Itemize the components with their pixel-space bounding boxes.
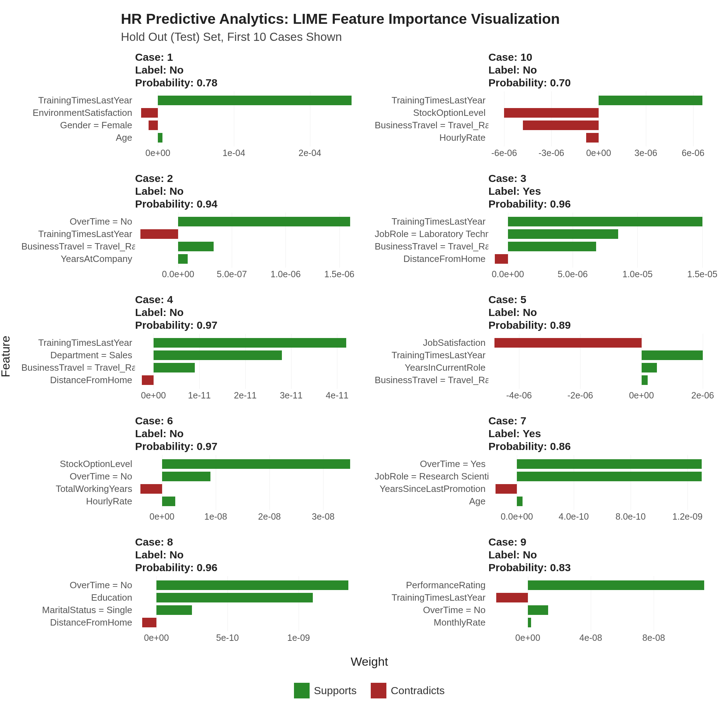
bar-supports [641, 375, 647, 385]
bar-slot [488, 349, 718, 361]
feature-label: YearsSinceLastPromotion [374, 483, 488, 495]
x-tick: -4e-06 [506, 390, 532, 401]
bar-slot [135, 94, 364, 107]
feature-label: JobSatisfaction [374, 337, 488, 349]
bar-slot [488, 374, 718, 386]
bar-supports [508, 242, 596, 251]
bar-supports [162, 472, 210, 481]
plot-area [135, 213, 364, 268]
feature-label: OverTime = Yes [374, 458, 488, 470]
bar-slot [488, 94, 718, 107]
x-tick-labels: 0e+001e-112e-113e-114e-11 [135, 390, 355, 402]
bar-slot [488, 483, 718, 495]
y-tick-labels: OverTime = NoTrainingTimesLastYearBusine… [21, 213, 135, 268]
bar-supports [154, 351, 282, 360]
bar-contradicts [140, 484, 162, 494]
bar-slot [488, 361, 718, 374]
plot-area [135, 576, 364, 631]
feature-label: YearsInCurrentRole [374, 361, 488, 374]
legend-swatch-supports [294, 683, 310, 698]
panel-header: Case: 7 Label: Yes Probability: 0.86 [488, 415, 718, 453]
bar-supports [154, 338, 346, 348]
title-block: HR Predictive Analytics: LIME Feature Im… [121, 10, 718, 44]
panel-header: Case: 9 Label: No Probability: 0.83 [488, 535, 718, 574]
x-tick-labels: 0.0e+004.0e-108.0e-101.2e-09 [488, 512, 709, 523]
feature-label: TrainingTimesLastYear [374, 94, 488, 107]
plot-row: StockOptionLevelOverTime = NoTotalWorkin… [21, 455, 364, 510]
bar-supports [178, 217, 350, 227]
panel-header: Case: 3 Label: Yes Probability: 0.96 [488, 172, 718, 210]
feature-label: DistanceFromHome [21, 374, 135, 386]
facet-panel: Case: 4 Label: No Probability: 0.97Train… [21, 293, 364, 402]
bar-supports [517, 472, 702, 481]
x-tick: 5.0e-07 [217, 269, 247, 279]
x-tick: 0e+00 [144, 632, 169, 643]
plot-row: OverTime = YesJobRole = Research Scienti… [374, 455, 718, 510]
y-tick-labels: TrainingTimesLastYearStockOptionLevelBus… [374, 91, 488, 146]
bar-supports [641, 363, 657, 373]
feature-label: JobRole = Research Scientist [374, 470, 488, 483]
bar-supports [528, 618, 531, 627]
y-tick-labels: TrainingTimesLastYearDepartment = SalesB… [21, 334, 135, 389]
legend-swatch-contradicts [371, 683, 386, 698]
facet-panel: Case: 1 Label: No Probability: 0.78Train… [21, 51, 364, 159]
x-tick: 1e-09 [287, 632, 310, 643]
x-tick: 8.0e-10 [616, 512, 646, 522]
bars-zone [135, 334, 364, 389]
bar-contradicts [141, 108, 158, 118]
panel-header: Case: 4 Label: No Probability: 0.97 [135, 293, 364, 332]
bar-contradicts [523, 121, 598, 130]
y-tick-labels: StockOptionLevelOverTime = NoTotalWorkin… [21, 455, 135, 510]
x-tick: 0e+00 [515, 632, 540, 643]
bar-slot [135, 470, 364, 483]
bar-slot [135, 228, 364, 240]
bar-slot [135, 253, 364, 265]
plot-area [135, 91, 364, 146]
x-tick: -3e-06 [539, 148, 564, 158]
facet-panel: Case: 7 Label: Yes Probability: 0.86Over… [374, 415, 718, 523]
feature-label: TrainingTimesLastYear [21, 94, 135, 107]
feature-label: DistanceFromHome [374, 253, 488, 265]
bar-slot [135, 361, 364, 374]
feature-label: Age [374, 495, 488, 507]
bar-supports [178, 242, 213, 251]
facet-panel: Case: 5 Label: No Probability: 0.89JobSa… [374, 293, 718, 402]
chart-title: HR Predictive Analytics: LIME Feature Im… [121, 10, 718, 27]
bar-supports [517, 459, 702, 469]
panel-header: Case: 2 Label: No Probability: 0.94 [135, 172, 364, 210]
feature-label: HourlyRate [374, 131, 488, 144]
bar-slot [135, 591, 364, 604]
panel-header: Case: 10 Label: No Probability: 0.70 [488, 51, 718, 89]
bar-supports [157, 580, 348, 590]
x-tick: 0e+00 [586, 148, 611, 158]
plot-row: TrainingTimesLastYearDepartment = SalesB… [21, 334, 364, 389]
bar-slot [488, 131, 718, 144]
plot-row: OverTime = NoEducationMaritalStatus = Si… [21, 576, 364, 631]
bar-supports [528, 605, 549, 615]
x-tick: 1.0e-05 [622, 269, 653, 279]
bar-supports [598, 95, 703, 105]
feature-label: BusinessTravel = Travel_Rarely [374, 119, 488, 131]
x-tick: 0e+00 [629, 390, 654, 401]
bars-zone [488, 334, 718, 389]
plot-row: JobSatisfactionTrainingTimesLastYearYear… [374, 334, 718, 389]
x-tick: 1.0e-06 [270, 269, 301, 279]
x-tick: 6e-06 [682, 148, 704, 158]
panel-header: Case: 5 Label: No Probability: 0.89 [488, 293, 718, 332]
x-tick: 2e-04 [298, 148, 321, 158]
bar-slot [488, 119, 718, 131]
x-axis-label: Weight [21, 655, 718, 668]
x-tick: 8e-08 [642, 632, 665, 643]
bar-supports [517, 497, 522, 506]
x-tick-labels: 0e+001e-082e-083e-08 [135, 512, 355, 523]
bar-slot [488, 337, 718, 349]
feature-label: TotalWorkingYears [21, 483, 135, 495]
bar-supports [641, 351, 703, 360]
x-tick: 3e-11 [280, 390, 303, 401]
plot-area [488, 213, 718, 268]
x-tick: 1.2e-09 [673, 512, 703, 522]
feature-label: MonthlyRate [374, 616, 488, 629]
facet-panel: Case: 2 Label: No Probability: 0.94OverT… [21, 172, 364, 280]
bar-slot [135, 616, 364, 629]
x-tick: 3e-06 [634, 148, 657, 158]
